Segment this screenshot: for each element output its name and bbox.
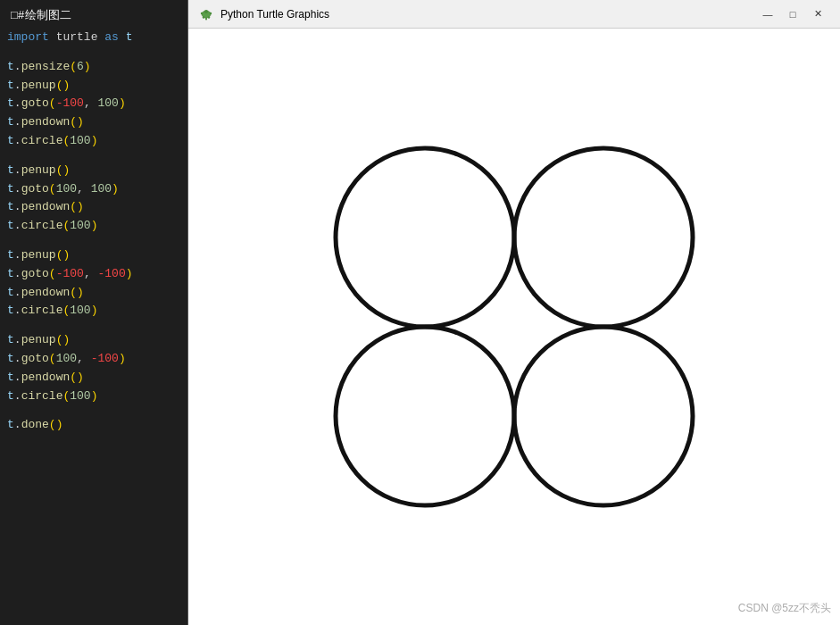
code-line-goto3: t.goto(-100, -100) xyxy=(7,265,187,284)
code-line-circle2: t.circle(100) xyxy=(7,217,187,236)
main-layout: □#绘制图二 import turtle as t t.pensize(6) t… xyxy=(0,0,840,625)
code-line-circle4: t.circle(100) xyxy=(7,388,187,406)
code-line-done: t.done() xyxy=(7,416,187,435)
turtle-canvas: CSDN @5zz不秃头 xyxy=(188,29,840,625)
circle-bottom-right xyxy=(514,327,693,505)
code-line-circle3: t.circle(100) xyxy=(7,302,187,321)
turtle-window-title: Python Turtle Graphics xyxy=(220,8,329,21)
svg-point-4 xyxy=(203,16,204,18)
var-t: t xyxy=(126,30,133,44)
svg-point-1 xyxy=(204,10,208,13)
code-title: □#绘制图二 xyxy=(7,7,187,23)
svg-point-3 xyxy=(210,12,212,13)
turtle-icon xyxy=(199,7,213,21)
watermark: CSDN @5zz不秃头 xyxy=(738,601,831,616)
turtle-window: Python Turtle Graphics — □ ✕ xyxy=(187,0,840,625)
circle-top-right xyxy=(514,148,693,327)
turtle-svg-icon xyxy=(199,7,213,21)
kw-import: import xyxy=(7,30,49,44)
code-line-goto1: t.goto(-100, 100) xyxy=(7,95,187,113)
window-controls: — □ ✕ xyxy=(756,5,829,23)
svg-point-2 xyxy=(201,12,203,13)
code-line-penup3: t.penup() xyxy=(7,246,187,265)
code-line-goto2: t.goto(100, 100) xyxy=(7,180,187,199)
code-line-pendown2: t.pendown() xyxy=(7,198,187,217)
code-line-penup4: t.penup() xyxy=(7,331,187,350)
turtle-titlebar: Python Turtle Graphics — □ ✕ xyxy=(188,0,840,29)
code-line-pendown4: t.pendown() xyxy=(7,369,187,388)
minimize-button[interactable]: — xyxy=(756,5,779,23)
code-panel: □#绘制图二 import turtle as t t.pensize(6) t… xyxy=(0,0,187,625)
code-line-penup2: t.penup() xyxy=(7,162,187,180)
svg-point-5 xyxy=(208,16,210,18)
circle-top-left xyxy=(336,148,514,327)
code-line-goto4: t.goto(100, -100) xyxy=(7,350,187,369)
code-line-circle1: t.circle(100) xyxy=(7,132,187,151)
code-line-pendown1: t.pendown() xyxy=(7,113,187,132)
code-line-pensize: t.pensize(6) xyxy=(7,58,187,77)
restore-button[interactable]: □ xyxy=(781,5,804,23)
circles-svg xyxy=(188,29,840,625)
titlebar-left: Python Turtle Graphics xyxy=(199,7,329,21)
code-line-import: import turtle as t xyxy=(7,29,187,47)
svg-point-6 xyxy=(205,17,207,20)
code-line-penup1: t.penup() xyxy=(7,77,187,96)
text-turtle: turtle xyxy=(56,30,105,44)
code-line-pendown3: t.pendown() xyxy=(7,284,187,303)
circle-bottom-left xyxy=(336,327,514,505)
close-button[interactable]: ✕ xyxy=(806,5,829,23)
kw-as: as xyxy=(104,30,119,44)
